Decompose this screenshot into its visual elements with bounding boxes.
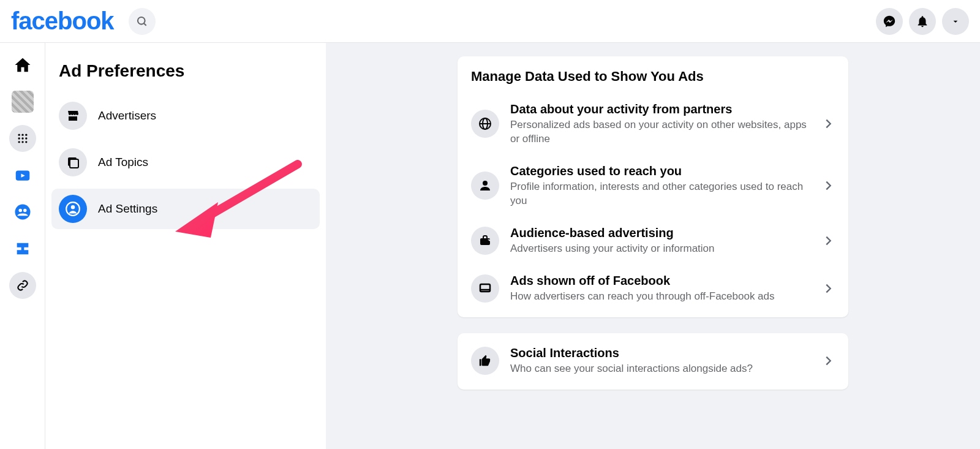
svg-point-7: [25, 137, 27, 139]
top-header: facebook: [0, 0, 980, 43]
chevron-right-icon: [821, 179, 835, 192]
search-button[interactable]: [129, 8, 156, 35]
row-body: Data about your activity from partners P…: [510, 102, 810, 146]
main-area: Ad Preferences Advertisers Ad Topics Ad …: [0, 43, 980, 449]
grid-menu-icon: [17, 132, 29, 145]
screen-icon: [471, 274, 499, 303]
row-subtitle: Advertisers using your activity or infor…: [510, 242, 810, 256]
row-subtitle: How advertisers can reach you through of…: [510, 290, 810, 304]
left-rail: [0, 43, 45, 449]
store-icon: [59, 102, 87, 130]
svg-point-2: [18, 134, 20, 136]
rail-gaming[interactable]: [9, 235, 36, 262]
chevron-right-icon: [821, 234, 835, 247]
rail-link[interactable]: [9, 272, 36, 299]
row-ads-off-facebook[interactable]: Ads shown off of Facebook How advertiser…: [458, 265, 848, 317]
social-interactions-card: Social Interactions Who can see your soc…: [458, 333, 848, 390]
svg-point-5: [18, 137, 20, 139]
svg-rect-24: [480, 238, 490, 245]
content-area: Manage Data Used to Show You Ads Data ab…: [326, 43, 980, 449]
svg-line-1: [144, 23, 146, 25]
facebook-logo[interactable]: facebook: [11, 7, 114, 35]
messenger-icon: [883, 15, 896, 28]
row-title: Audience-based advertising: [510, 225, 810, 241]
manage-data-card: Manage Data Used to Show You Ads Data ab…: [458, 56, 848, 317]
avatar-icon: [12, 91, 34, 113]
row-subtitle: Who can see your social interactions alo…: [510, 362, 810, 376]
watch-icon: [13, 166, 32, 184]
gaming-icon: [14, 240, 31, 257]
row-body: Categories used to reach you Profile inf…: [510, 164, 810, 208]
person-icon: [471, 172, 499, 200]
sidebar-item-ad-topics[interactable]: Ad Topics: [51, 142, 320, 183]
preferences-sidebar: Ad Preferences Advertisers Ad Topics Ad …: [45, 43, 326, 449]
chevron-right-icon: [821, 354, 835, 368]
card-heading: Manage Data Used to Show You Ads: [458, 56, 848, 93]
svg-point-14: [18, 209, 22, 213]
page-title: Ad Preferences: [51, 54, 320, 96]
preferences-list: Advertisers Ad Topics Ad Settings: [51, 96, 320, 229]
search-icon: [136, 15, 148, 28]
svg-point-8: [18, 141, 20, 143]
svg-point-6: [21, 137, 23, 139]
row-body: Social Interactions Who can see your soc…: [510, 345, 810, 376]
account-menu-button[interactable]: [942, 8, 969, 35]
topics-icon: [59, 148, 87, 176]
header-right: [876, 8, 969, 35]
sidebar-item-label: Ad Topics: [98, 156, 148, 169]
row-subtitle: Personalized ads based on your activity …: [510, 118, 810, 146]
header-left: facebook: [11, 7, 156, 35]
svg-point-9: [21, 141, 23, 143]
row-categories[interactable]: Categories used to reach you Profile inf…: [458, 155, 848, 217]
svg-point-13: [15, 205, 30, 220]
rail-home[interactable]: [9, 51, 36, 78]
svg-rect-17: [70, 159, 78, 168]
bell-icon: [916, 15, 929, 28]
svg-point-10: [25, 141, 27, 143]
sidebar-item-label: Advertisers: [98, 109, 156, 123]
row-audience[interactable]: Audience-based advertising Advertisers u…: [458, 217, 848, 265]
svg-point-4: [25, 134, 27, 136]
svg-point-15: [23, 209, 27, 213]
row-title: Categories used to reach you: [510, 164, 810, 179]
caret-down-icon: [951, 17, 960, 26]
briefcase-icon: [471, 227, 499, 255]
svg-point-23: [483, 181, 488, 186]
row-title: Data about your activity from partners: [510, 102, 810, 117]
home-icon: [13, 56, 32, 74]
messenger-button[interactable]: [876, 8, 903, 35]
thumbs-up-icon: [471, 347, 499, 375]
rail-watch[interactable]: [9, 162, 36, 189]
person-circle-icon: [59, 195, 87, 223]
chevron-right-icon: [821, 282, 835, 295]
svg-point-19: [71, 205, 75, 209]
notifications-button[interactable]: [909, 8, 936, 35]
sidebar-item-label: Ad Settings: [98, 202, 157, 216]
sidebar-item-ad-settings[interactable]: Ad Settings: [51, 189, 320, 229]
row-title: Ads shown off of Facebook: [510, 273, 810, 289]
row-title: Social Interactions: [510, 345, 810, 361]
rail-profile[interactable]: [9, 88, 36, 115]
svg-point-0: [138, 17, 145, 24]
svg-point-3: [21, 134, 23, 136]
globe-icon: [471, 110, 499, 138]
groups-icon: [13, 203, 32, 221]
row-body: Ads shown off of Facebook How advertiser…: [510, 273, 810, 304]
chevron-right-icon: [821, 117, 835, 130]
sidebar-item-advertisers[interactable]: Advertisers: [51, 96, 320, 136]
rail-groups[interactable]: [9, 198, 36, 225]
link-icon: [17, 279, 29, 292]
row-partner-data[interactable]: Data about your activity from partners P…: [458, 93, 848, 155]
row-social-interactions[interactable]: Social Interactions Who can see your soc…: [458, 333, 848, 390]
rail-menu[interactable]: [9, 125, 36, 152]
row-body: Audience-based advertising Advertisers u…: [510, 225, 810, 256]
row-subtitle: Profile information, interests and other…: [510, 180, 810, 208]
